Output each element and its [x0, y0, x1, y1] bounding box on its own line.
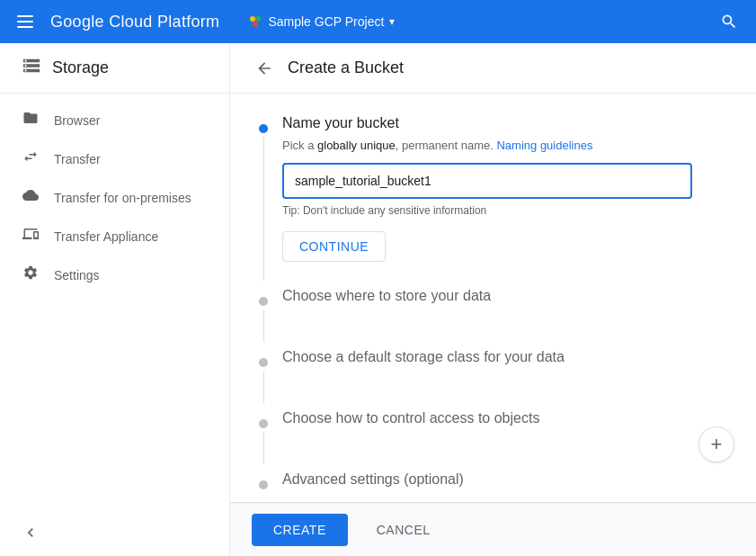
step-store-location: Choose where to store your data — [259, 288, 727, 342]
svg-point-1 — [255, 16, 261, 22]
search-button[interactable] — [716, 9, 742, 34]
app-logo: Google Cloud Platform — [50, 13, 219, 31]
sidebar-item-transfer-on-premises[interactable]: Transfer for on-premises — [0, 178, 229, 217]
step-name-bucket: Name your bucket Pick a globally unique,… — [259, 115, 727, 281]
expand-button[interactable]: + — [698, 426, 734, 462]
step-4-bullet — [259, 419, 268, 428]
step-2-content: Choose where to store your data — [282, 288, 727, 342]
settings-label: Settings — [54, 268, 100, 282]
step-5-content: Advanced settings (optional) — [282, 471, 727, 495]
page-header: Create a Bucket — [230, 43, 756, 94]
project-icon — [248, 14, 262, 29]
transfer-label: Transfer — [54, 152, 101, 166]
back-icon — [255, 59, 273, 77]
project-name: Sample GCP Project — [268, 14, 384, 29]
search-icon — [720, 13, 738, 31]
continue-button[interactable]: CONTINUE — [282, 231, 386, 262]
sidebar-item-browser[interactable]: Browser — [0, 101, 229, 139]
chevron-down-icon: ▾ — [389, 15, 395, 28]
step-5-title: Advanced settings (optional) — [282, 471, 727, 488]
input-tip: Tip: Don't include any sensitive informa… — [282, 204, 727, 217]
sidebar-item-settings[interactable]: Settings — [0, 256, 229, 294]
svg-point-2 — [253, 22, 258, 27]
back-button[interactable] — [252, 56, 277, 81]
step-storage-class: Choose a default storage class for your … — [259, 349, 727, 403]
step-3-content: Choose a default storage class for your … — [282, 349, 727, 403]
sidebar-collapse-button[interactable] — [0, 509, 229, 556]
step-5-bullet — [259, 480, 268, 489]
storage-icon — [22, 56, 41, 80]
bottom-toolbar: CREATE CANCEL — [230, 502, 756, 556]
step-1-subtitle: Pick a globally unique, permanent name. … — [282, 139, 727, 152]
step-3-title: Choose a default storage class for your … — [282, 349, 727, 365]
step-1-title: Name your bucket — [282, 115, 727, 131]
collapse-icon — [22, 524, 40, 542]
create-button[interactable]: CREATE — [252, 514, 348, 546]
step-advanced-settings: Advanced settings (optional) — [259, 471, 727, 495]
browser-label: Browser — [54, 113, 100, 128]
transfer-icon — [22, 148, 40, 169]
transfer-on-premises-label: Transfer for on-premises — [54, 191, 191, 205]
naming-guidelines-link[interactable]: Naming guidelines — [496, 139, 592, 152]
sidebar-header-label: Storage — [52, 58, 109, 77]
step-4-title: Choose how to control access to objects — [282, 410, 727, 426]
bucket-name-input[interactable] — [282, 163, 692, 199]
browser-icon — [22, 110, 40, 130]
step-3-bullet — [259, 358, 268, 367]
sidebar-item-transfer-appliance[interactable]: Transfer Appliance — [0, 217, 229, 256]
cancel-button[interactable]: CANCEL — [362, 514, 445, 546]
step-2-title: Choose where to store your data — [282, 288, 727, 304]
sidebar: Storage Browser Transfer Transfer for on… — [0, 43, 230, 556]
globally-unique-text: globally unique — [317, 139, 396, 152]
hamburger-menu[interactable] — [14, 11, 36, 32]
cloud-icon — [22, 187, 40, 208]
settings-icon — [22, 265, 40, 285]
step-1-bullet — [259, 124, 268, 133]
sidebar-nav: Browser Transfer Transfer for on-premise… — [0, 94, 229, 301]
step-1-content: Name your bucket Pick a globally unique,… — [282, 115, 727, 281]
svg-point-0 — [250, 16, 255, 22]
sidebar-header: Storage — [0, 43, 229, 94]
sidebar-item-transfer[interactable]: Transfer — [0, 139, 229, 178]
transfer-appliance-label: Transfer Appliance — [54, 229, 158, 244]
step-4-content: Choose how to control access to objects — [282, 410, 727, 464]
appliance-icon — [22, 226, 40, 247]
wizard-container: Name your bucket Pick a globally unique,… — [230, 94, 756, 524]
project-selector[interactable]: Sample GCP Project ▾ — [241, 11, 402, 32]
step-access-control: Choose how to control access to objects — [259, 410, 727, 464]
main-content: Create a Bucket Name your bucket Pick a … — [230, 43, 756, 556]
app-layout: Storage Browser Transfer Transfer for on… — [0, 43, 756, 556]
topbar: Google Cloud Platform Sample GCP Project… — [0, 0, 756, 43]
page-title: Create a Bucket — [288, 58, 404, 77]
step-2-bullet — [259, 297, 268, 306]
